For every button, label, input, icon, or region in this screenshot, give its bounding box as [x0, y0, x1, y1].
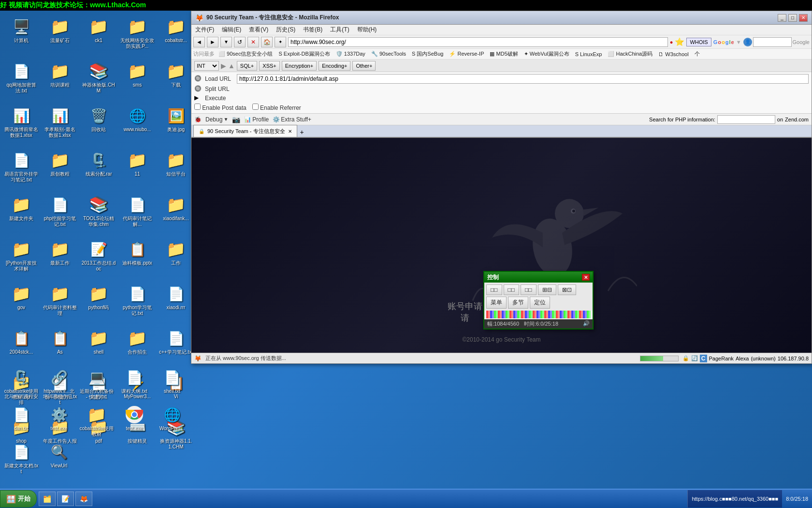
icon-tengxun[interactable]: 📊 腾讯微博前辈名数据1.xlsx [2, 104, 40, 147]
icon-zuijintaiji[interactable]: 💻 近期台式机备份 - 快捷方... [78, 365, 116, 403]
icon-yiyan[interactable]: 📄 易语言官外挂学习笔记.txt [2, 148, 40, 192]
execute-label[interactable]: Execute [205, 95, 234, 102]
icon-cobaltstr2[interactable]: 🗜️ cobaltstrike使用教材.zip [2, 365, 40, 403]
bookmark-more[interactable]: 个 [693, 50, 702, 58]
bookmark-exploit[interactable]: S Exploit-DB漏洞公布 [276, 50, 332, 58]
icon-kecheng[interactable]: 📄 课程大纲.txt [116, 365, 153, 403]
split-url-label[interactable]: Split URL [205, 86, 234, 92]
icon-pythonxuexi[interactable]: 📄 python学习笔记.txt [118, 282, 156, 325]
icon-zuixingongzu[interactable]: 📁 最新工作 [41, 237, 79, 281]
google-search-input[interactable] [753, 37, 792, 47]
icon-cobaltstr3[interactable]: 📁 cobaltstrike使用教材 [78, 403, 116, 440]
bookmark-1337day[interactable]: 🛡️ 1337Day [334, 50, 367, 58]
cp-btn-x[interactable]: ⊠⊡ [558, 284, 576, 295]
sql-button[interactable]: SQL+ [237, 61, 257, 71]
icon-niubo[interactable]: 🌐 www.niubo... [118, 104, 156, 147]
icon-xiazai[interactable]: 📁 下载 [157, 59, 195, 103]
home-button[interactable]: 🏠 [261, 37, 273, 47]
icon-xinjianwenjian[interactable]: 📄 新建文本文档.txt [2, 440, 40, 477]
icon-daimashenzijiao[interactable]: 📁 代码审计资料整理 [41, 282, 79, 325]
bookmark-hackchina[interactable]: ⬜ HackChina源码 [606, 50, 654, 58]
enable-referrer-checkbox[interactable] [252, 104, 259, 110]
icon-xiansuo[interactable]: 🗜️ 线索分配.rar [80, 148, 117, 192]
start-button[interactable]: 🪟 开始 [0, 490, 37, 508]
account-link[interactable]: 账号申请 请 [448, 300, 482, 324]
hackbar-url-input[interactable] [237, 74, 809, 84]
icon-xiaodifank[interactable]: 📁 xiaodifank... [157, 193, 195, 236]
icon-gov[interactable]: 📁 gov [2, 282, 40, 325]
taskbar-item-firefox[interactable]: 🦊 [75, 492, 92, 506]
bookmark-md5[interactable]: ▦ MD5破解 [488, 50, 520, 58]
menu-history[interactable]: 历史(S) [274, 25, 297, 35]
bookmark-90sec[interactable]: ⬜ 90sec信息安全小组 [217, 50, 275, 58]
enable-post-checkbox[interactable] [194, 104, 201, 110]
nav-more-button[interactable]: ▼ [220, 37, 232, 47]
cp-duojie-btn[interactable]: 多节 [508, 297, 528, 309]
icon-dikezi[interactable]: 📋 迪科模板.pptx [118, 237, 156, 281]
close-button[interactable]: ✕ [799, 14, 808, 22]
enable-post-label[interactable]: Enable Post data [194, 104, 246, 111]
icon-liuliang[interactable]: 📁 流量矿石 [41, 15, 79, 58]
icon-as[interactable]: 📋 As [41, 326, 79, 370]
whois-button[interactable]: WHOIS [686, 38, 711, 46]
search-php-input[interactable] [717, 115, 775, 124]
icon-xiaodi[interactable]: 📄 xiaodi.rrr [157, 282, 195, 325]
bookmark-linuxexp[interactable]: S LinuxExp [573, 51, 604, 58]
icon-shell[interactable]: 📁 shell [80, 326, 117, 370]
enable-referrer-label[interactable]: Enable Referrer [252, 104, 301, 111]
icon-daimashenjian[interactable]: 📄 代码审计笔记 解... [118, 193, 156, 236]
icon-gongzuo[interactable]: 📁 工作 [157, 237, 195, 281]
bookmark-90sectools[interactable]: 🔧 90secTools [369, 50, 408, 58]
encryption-button[interactable]: Encryption+ [282, 61, 317, 71]
load-url-label[interactable]: Load URL [205, 75, 234, 82]
icon-cobaltstr[interactable]: 📁 cobaltstr... [157, 15, 195, 58]
icon-11[interactable]: 📁 11 [118, 148, 156, 192]
menu-help[interactable]: 帮助(H) [355, 25, 379, 35]
control-panel-close[interactable]: ✕ [582, 274, 590, 281]
refresh-button[interactable]: ↺ [234, 37, 246, 47]
cp-btn-3[interactable]: □□ [521, 284, 536, 295]
icon-wordpress[interactable]: 🌐 WordPres... [153, 403, 191, 440]
encoding-button[interactable]: Encoding+ [319, 61, 350, 71]
icon-phpxuexib[interactable]: 📄 php挖掘学习笔记.txt [41, 193, 79, 236]
forward-button[interactable]: ► [207, 37, 218, 47]
url-input[interactable] [288, 37, 668, 47]
bookmark-sebug[interactable]: S 国内SeBug [410, 50, 445, 58]
icon-2004[interactable]: 📋 2004stck... [2, 326, 40, 370]
sqli-arrow-up[interactable]: ▲ [228, 62, 235, 70]
bookmark-w3school[interactable]: 🗋 W3school [656, 51, 690, 58]
stop-button[interactable]: ✕ [247, 37, 259, 47]
icon-googlechrome[interactable]: test.exe [116, 403, 153, 440]
icon-computer[interactable]: 🖥️ 计算机 [2, 15, 40, 58]
icon-httpwwwli[interactable]: 🔗 httpwww.li...北份 - 快捷方... [40, 365, 78, 403]
icon-ck1[interactable]: 📁 ck1 [80, 15, 117, 58]
taskbar-item-notepad[interactable]: 📝 [57, 492, 74, 506]
maximize-button[interactable]: □ [788, 14, 797, 22]
profile-button[interactable]: 📊 Profile [244, 116, 269, 123]
tab-close-button[interactable]: ✕ [288, 129, 292, 134]
bookmark-reverseip[interactable]: ⚡ Reverse-IP [447, 50, 486, 58]
icon-testexe[interactable]: ⚙️ test.exe [40, 403, 78, 440]
sqli-arrow-right[interactable]: ▶ [221, 62, 226, 70]
extra-stuff-button[interactable]: ⚙️ Extra Stuff+ [273, 116, 311, 123]
menu-tools[interactable]: 工具(T) [328, 25, 351, 35]
xss-button[interactable]: XSS+ [259, 61, 279, 71]
icon-duanxin[interactable]: 📁 短信平台 [157, 148, 195, 192]
icon-viewurl[interactable]: 🔍 ViewUrl [40, 440, 78, 477]
menu-edit[interactable]: 编辑(E) [220, 25, 243, 35]
bookmark-star-button[interactable]: ✦ [275, 37, 286, 47]
icon-yuanchuang[interactable]: 📁 原创教程 [41, 148, 79, 192]
sqli-type-select[interactable]: INT String [194, 61, 219, 71]
icon-pythoncode[interactable]: 📁 pythonf码 [80, 282, 117, 325]
icon-wuxian[interactable]: 📁 无线网络安全攻防实践.P... [118, 15, 156, 58]
tab-90sec[interactable]: 🔒 90 Security Team - 专注信息安全 ✕ [193, 125, 297, 137]
back-button[interactable]: ◄ [193, 37, 205, 47]
icon-qq[interactable]: 📄 qq网地加密算法.txt [2, 59, 40, 103]
icon-sms[interactable]: 📁 sms [118, 59, 156, 103]
icon-liqie[interactable]: 📊 李孝顺别-最名数据1.xlsx [41, 104, 79, 147]
cp-btn-1[interactable]: □□ [486, 284, 502, 295]
icon-tools[interactable]: 📚 TOOLS论坛精华集.chm [80, 193, 117, 236]
icon-cplusplus[interactable]: 📄 c++学习笔记.txt [157, 326, 195, 370]
menu-bookmarks[interactable]: 书签(B) [301, 25, 324, 35]
icon-hezuo[interactable]: 📁 合作招生 [118, 326, 156, 370]
